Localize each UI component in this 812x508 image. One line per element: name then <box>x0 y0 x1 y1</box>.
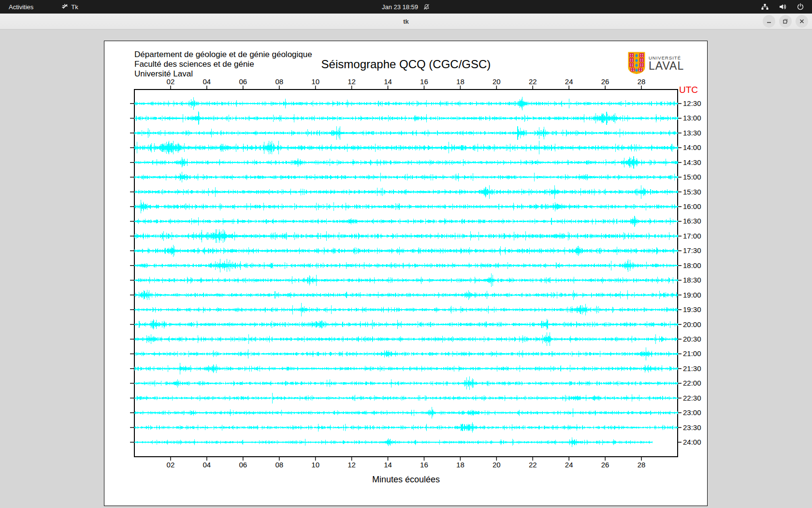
svg-text:20:30: 20:30 <box>683 335 701 343</box>
svg-text:16: 16 <box>420 461 428 469</box>
svg-text:06: 06 <box>239 77 247 86</box>
svg-text:10: 10 <box>311 461 319 469</box>
svg-text:28: 28 <box>638 461 646 469</box>
window-title: tk <box>0 14 812 29</box>
volume-icon <box>779 3 787 11</box>
svg-text:22: 22 <box>529 77 537 86</box>
svg-text:15:00: 15:00 <box>683 173 701 181</box>
svg-text:18: 18 <box>456 461 464 469</box>
svg-text:08: 08 <box>275 77 283 86</box>
seismogram-plot: 0202040406060808101012121414161618182020… <box>104 41 707 506</box>
seismograph-canvas: Département de géologie et de génie géol… <box>104 41 708 506</box>
svg-text:17:30: 17:30 <box>683 246 701 254</box>
svg-text:22:30: 22:30 <box>683 394 701 402</box>
svg-text:16: 16 <box>420 77 428 86</box>
svg-text:24:00: 24:00 <box>683 438 701 446</box>
close-button[interactable] <box>796 15 808 28</box>
svg-text:19:00: 19:00 <box>683 291 701 299</box>
svg-text:18:30: 18:30 <box>683 276 701 284</box>
svg-text:16:30: 16:30 <box>683 217 701 225</box>
svg-text:18: 18 <box>456 77 464 86</box>
system-status-area[interactable] <box>761 0 812 14</box>
svg-text:23:30: 23:30 <box>683 423 701 432</box>
bell-muted-icon <box>423 3 430 11</box>
svg-text:20: 20 <box>493 77 501 86</box>
svg-text:20: 20 <box>493 461 501 469</box>
svg-text:14: 14 <box>384 77 392 86</box>
svg-text:24: 24 <box>565 77 573 86</box>
svg-text:23:00: 23:00 <box>683 408 701 417</box>
gnome-top-bar: Activities Tk Jan 23 18:59 <box>0 0 812 14</box>
svg-text:12: 12 <box>348 77 356 86</box>
svg-text:14:00: 14:00 <box>683 143 701 151</box>
svg-text:21:00: 21:00 <box>683 349 701 358</box>
maximize-button[interactable] <box>779 15 792 28</box>
svg-text:19:30: 19:30 <box>683 305 701 314</box>
svg-text:13:30: 13:30 <box>683 129 701 137</box>
svg-text:13:00: 13:00 <box>683 114 701 122</box>
clock-label: Jan 23 18:59 <box>382 3 418 11</box>
minimize-button[interactable] <box>763 15 775 28</box>
svg-text:14:30: 14:30 <box>683 158 701 166</box>
svg-text:04: 04 <box>203 461 211 469</box>
svg-text:28: 28 <box>638 77 646 86</box>
clock-area[interactable]: Jan 23 18:59 <box>0 0 812 14</box>
svg-text:22: 22 <box>529 461 537 469</box>
svg-text:24: 24 <box>565 461 573 469</box>
x-axis-title: Minutes écoulées <box>134 475 678 485</box>
svg-text:26: 26 <box>601 77 609 86</box>
tk-window-content: Département de géologie et de génie géol… <box>0 30 812 508</box>
svg-text:06: 06 <box>239 461 247 469</box>
svg-text:12: 12 <box>348 461 356 469</box>
svg-text:08: 08 <box>275 461 283 469</box>
svg-text:04: 04 <box>203 77 211 86</box>
svg-text:17:00: 17:00 <box>683 232 701 240</box>
svg-text:21:30: 21:30 <box>683 364 701 373</box>
svg-text:22:00: 22:00 <box>683 379 701 387</box>
network-icon <box>761 3 769 11</box>
svg-text:16:00: 16:00 <box>683 202 701 210</box>
svg-text:02: 02 <box>167 461 175 469</box>
svg-text:18:00: 18:00 <box>683 261 701 269</box>
svg-text:10: 10 <box>311 77 319 86</box>
svg-text:15:30: 15:30 <box>683 188 701 196</box>
svg-text:14: 14 <box>384 461 392 469</box>
svg-text:26: 26 <box>601 461 609 469</box>
svg-text:20:00: 20:00 <box>683 320 701 329</box>
svg-text:12:30: 12:30 <box>683 99 701 107</box>
window-titlebar[interactable]: tk <box>0 14 812 30</box>
power-icon <box>797 3 804 11</box>
svg-text:02: 02 <box>167 77 175 86</box>
